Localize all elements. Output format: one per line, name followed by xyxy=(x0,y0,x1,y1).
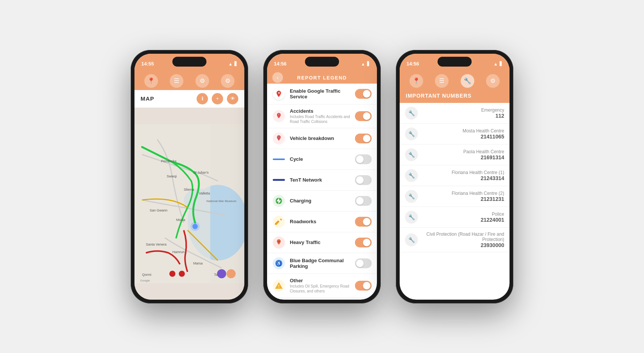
svg-point-20 xyxy=(179,271,185,277)
civil-icon: 🔧 xyxy=(405,233,418,246)
time-1: 14:55 xyxy=(141,61,154,67)
location-icon[interactable]: 📍 xyxy=(144,74,158,88)
paola-value: 21691314 xyxy=(422,154,504,160)
back-button[interactable]: ‹ xyxy=(272,72,283,83)
tent-toggle[interactable] xyxy=(355,175,372,185)
legend-item-breakdown: 🔧 Vehicle breakdown xyxy=(267,128,377,149)
important-label: IMPORTANT NUMBERS xyxy=(406,93,472,99)
paola-text: Paola Health Centre 21691314 xyxy=(422,149,504,160)
paola-icon: 🔧 xyxy=(405,148,418,161)
legend-list: Enable Google Traffic Service ! Accident… xyxy=(267,84,377,300)
accidents-text: Accidents Includes Road Traffic Accident… xyxy=(290,108,350,124)
location-icon-3[interactable]: 📍 xyxy=(410,74,423,88)
emergency-icon: 🔧 xyxy=(405,107,418,120)
svg-text:♿: ♿ xyxy=(276,260,281,266)
other-icon-wrap xyxy=(272,279,285,292)
charging-toggle[interactable] xyxy=(355,196,372,206)
settings-icon[interactable]: ⚙ xyxy=(195,74,209,88)
nav-bar-1: 📍 ☰ ⚙ ⚙ xyxy=(134,72,244,90)
mosta-value: 21411065 xyxy=(422,134,504,140)
google-traffic-label: Enable Google Traffic Service xyxy=(290,88,350,100)
number-item-floriana2: 🔧 Floriana Health Centre (2) 21231231 xyxy=(400,186,510,207)
status-bar-2: 14:56 ▲ ▋ xyxy=(267,54,377,72)
google-icon-wrap xyxy=(272,87,285,100)
legend-item-tent: TenT Network xyxy=(267,170,377,191)
svg-text:Marsa: Marsa xyxy=(193,261,203,265)
floriana1-icon: 🔧 xyxy=(405,169,418,182)
roadworks-toggle[interactable] xyxy=(355,217,372,227)
heavy-traffic-icon-wrap: 🚗 xyxy=(272,236,285,249)
svg-point-22 xyxy=(227,269,236,278)
wifi-icon-3: ▲ xyxy=(494,62,498,66)
accidents-toggle[interactable] xyxy=(355,111,372,121)
svg-text:!: ! xyxy=(278,113,279,115)
important-subheader: IMPORTANT NUMBERS xyxy=(400,90,510,103)
breakdown-toggle[interactable] xyxy=(355,134,372,143)
emergency-value: 112 xyxy=(422,113,504,119)
cycle-toggle[interactable] xyxy=(355,154,372,164)
google-traffic-toggle[interactable] xyxy=(355,89,372,99)
blue-badge-toggle[interactable] xyxy=(355,258,372,268)
settings-icon-3[interactable]: ⚙ xyxy=(486,74,500,88)
roadworks-icon-wrap xyxy=(272,215,285,228)
svg-text:Santa Venera: Santa Venera xyxy=(146,242,167,246)
tent-line xyxy=(273,179,285,181)
battery-icon: ▋ xyxy=(234,61,238,66)
floriana2-text: Floriana Health Centre (2) 21231231 xyxy=(422,191,504,202)
add-button[interactable]: + xyxy=(212,93,223,104)
heavy-traffic-toggle[interactable] xyxy=(355,238,372,247)
svg-text:Msida: Msida xyxy=(176,218,185,221)
svg-point-27 xyxy=(275,222,278,225)
accidents-sub: Includes Road Traffic Accidents and Road… xyxy=(290,114,350,124)
map-area[interactable]: Pembroke Swieqi St Julian's Sliema San G… xyxy=(134,108,244,300)
svg-text:San Gwann: San Gwann xyxy=(150,208,167,212)
phone-icon-active[interactable]: 🔧 xyxy=(461,74,474,88)
notch-3 xyxy=(438,57,472,67)
floriana1-name: Floriana Health Centre (1) xyxy=(422,170,504,175)
legend-item-heavy-traffic: 🚗 Heavy Traffic xyxy=(267,232,377,253)
legend-item-roadworks: Roadworks xyxy=(267,211,377,232)
floriana1-value: 21243314 xyxy=(422,175,504,181)
info-button[interactable]: ℹ xyxy=(197,93,208,104)
charging-icon-wrap xyxy=(272,194,285,207)
eye-button[interactable]: 👁 xyxy=(227,93,238,104)
svg-text:🚗: 🚗 xyxy=(278,239,280,242)
svg-text:Swieqi: Swieqi xyxy=(167,174,177,178)
battery-icon-3: ▋ xyxy=(500,61,503,66)
police-text: Police 21224001 xyxy=(422,211,504,223)
legend-item-google-traffic: Enable Google Traffic Service xyxy=(267,84,377,104)
mosta-text: Mosta Health Centre 21411065 xyxy=(422,128,504,140)
civil-value: 23930000 xyxy=(422,242,504,248)
breakdown-text: Vehicle breakdown xyxy=(290,135,350,141)
gear-icon[interactable]: ⚙ xyxy=(221,74,234,88)
blue-badge-icon-wrap: ♿ xyxy=(272,257,285,270)
tent-icon-wrap xyxy=(272,174,285,187)
cycle-label: Cycle xyxy=(290,156,350,162)
list-icon-3[interactable]: ☰ xyxy=(435,74,449,88)
charging-text: Charging xyxy=(290,198,350,204)
number-item-police: 🔧 Police 21224001 xyxy=(400,207,510,228)
breakdown-label: Vehicle breakdown xyxy=(290,135,350,141)
battery-icon-2: ▋ xyxy=(367,61,370,66)
notch-2 xyxy=(305,57,339,67)
tent-label: TenT Network xyxy=(290,177,350,183)
legend-item-blue-badge: ♿ Blue Badge Communal Parking xyxy=(267,253,377,274)
other-sub: Includes Oil Spill, Emergency Road Closu… xyxy=(290,284,350,294)
blue-badge-label: Blue Badge Communal Parking xyxy=(290,258,350,269)
emergency-name: Emergency xyxy=(422,107,504,113)
list-icon[interactable]: ☰ xyxy=(170,74,183,88)
paola-name: Paola Health Centre xyxy=(422,149,504,154)
status-icons-2: ▲ ▋ xyxy=(361,61,370,66)
svg-text:Valletta: Valletta xyxy=(199,191,210,195)
legend-item-accidents: ! Accidents Includes Road Traffic Accide… xyxy=(267,104,377,128)
phone-map: 14:55 ▲ ▋ 📍 ☰ ⚙ ⚙ MAP ℹ + 👁 xyxy=(131,50,248,303)
blue-badge-text: Blue Badge Communal Parking xyxy=(290,258,350,269)
floriana1-text: Floriana Health Centre (1) 21243314 xyxy=(422,170,504,181)
phone-legend: 14:56 ▲ ▋ ‹ REPORT LEGEND Enable Google … xyxy=(263,50,381,303)
notch-1 xyxy=(172,57,206,67)
emergency-text: Emergency 112 xyxy=(422,107,504,119)
number-item-floriana1: 🔧 Floriana Health Centre (1) 21243314 xyxy=(400,165,510,186)
other-toggle[interactable] xyxy=(355,281,372,291)
svg-text:Hamrun: Hamrun xyxy=(172,250,184,253)
time-2: 14:56 xyxy=(274,61,286,67)
